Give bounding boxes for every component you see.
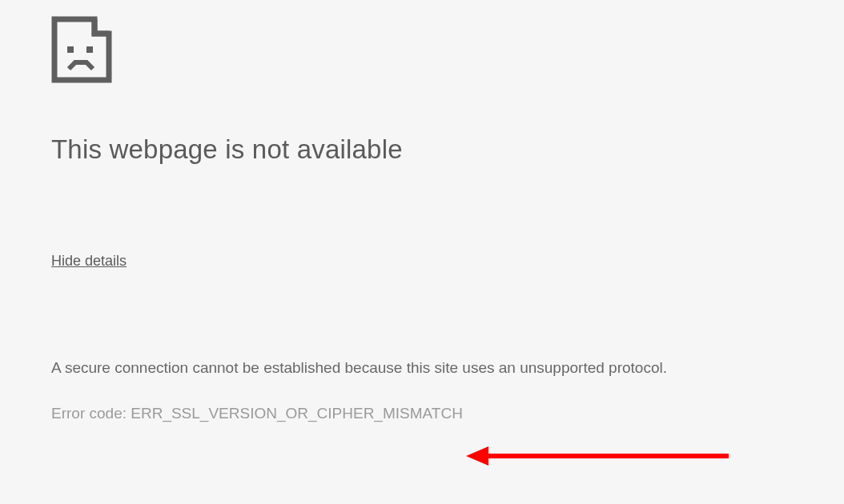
error-code-label: Error code: <box>51 405 131 422</box>
svg-rect-0 <box>67 46 74 53</box>
error-page-container: This webpage is not available Hide detai… <box>0 0 844 440</box>
error-code-line: Error code: ERR_SSL_VERSION_OR_CIPHER_MI… <box>51 403 793 425</box>
hide-details-link[interactable]: Hide details <box>51 253 127 270</box>
annotation-arrow-icon <box>464 440 737 475</box>
svg-marker-3 <box>466 446 488 466</box>
sad-page-icon <box>51 16 793 86</box>
error-code-value: ERR_SSL_VERSION_OR_CIPHER_MISMATCH <box>131 405 463 422</box>
svg-rect-1 <box>86 46 93 53</box>
page-heading: This webpage is not available <box>51 134 793 165</box>
error-description: A secure connection cannot be establishe… <box>51 358 793 379</box>
